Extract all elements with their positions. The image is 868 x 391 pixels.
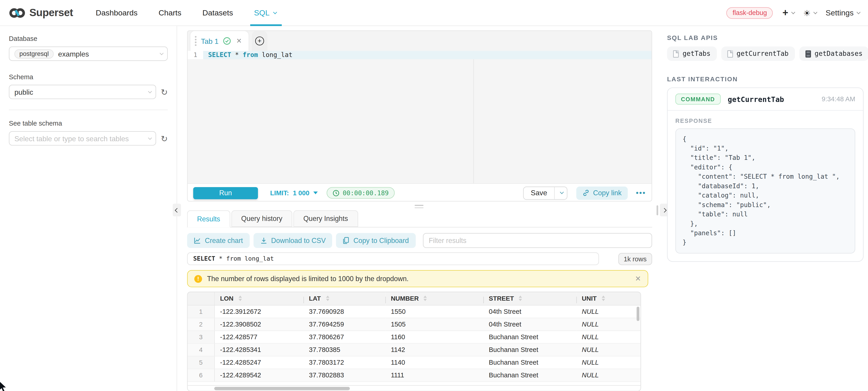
- tab-results[interactable]: Results: [187, 210, 230, 228]
- database-label: Database: [9, 35, 168, 43]
- tab-query-history[interactable]: Query history: [231, 210, 292, 227]
- row-number-header: [188, 292, 214, 305]
- sort-icon[interactable]: [239, 296, 242, 301]
- sort-icon[interactable]: [326, 296, 329, 301]
- new-item-button[interactable]: +: [782, 8, 794, 18]
- theme-toggle-button[interactable]: ☀: [803, 9, 816, 17]
- table-header-row: LONLATNUMBERSTREETUNIT: [188, 292, 641, 305]
- table-row[interactable]: 2-122.390850237.7694259150504th StreetNU…: [188, 318, 641, 330]
- data-cell: -122.3908502: [214, 318, 303, 330]
- data-cell: 1160: [385, 330, 483, 343]
- editor-tab-title: Tab 1: [201, 37, 219, 45]
- data-cell: 37.7802883: [303, 368, 385, 381]
- table-select[interactable]: Select table or type to search tables: [9, 131, 156, 145]
- last-interaction-title: LAST INTERACTION: [667, 76, 865, 83]
- hscrollbar-thumb[interactable]: [214, 387, 350, 390]
- editor-tab-1[interactable]: Tab 1 ✕: [190, 31, 249, 51]
- data-cell: 1505: [385, 318, 483, 330]
- dismiss-warning-icon[interactable]: ✕: [635, 274, 641, 283]
- row-number-cell: 5: [188, 356, 214, 368]
- run-button[interactable]: Run: [193, 187, 258, 199]
- chevron-down-icon: [814, 10, 817, 14]
- panel-resize-handle[interactable]: [415, 205, 424, 210]
- drag-handle-icon[interactable]: [195, 36, 196, 46]
- chevron-down-icon: [148, 136, 152, 139]
- line-number: 1: [188, 51, 203, 59]
- column-header-lat[interactable]: LAT: [303, 292, 385, 305]
- sort-icon[interactable]: [601, 296, 605, 301]
- schema-select[interactable]: public: [9, 85, 156, 99]
- data-cell: NULL: [576, 368, 641, 381]
- database-value: examples: [58, 50, 89, 58]
- refresh-schemas-icon[interactable]: ↻: [161, 88, 168, 96]
- nav-charts[interactable]: Charts: [157, 0, 183, 26]
- collapse-sidebar-button[interactable]: [173, 204, 181, 217]
- table-row[interactable]: 4-122.428534137.7803851142Buchanan Stree…: [188, 343, 641, 356]
- nav-dashboards[interactable]: Dashboards: [94, 0, 139, 26]
- sql-line-1: SELECT * from long_lat: [203, 51, 652, 59]
- top-navbar: Superset Dashboards Charts Datasets SQL …: [0, 0, 868, 26]
- api-get-tabs-button[interactable]: getTabs: [667, 46, 716, 61]
- api-get-current-tab-button[interactable]: getCurrentTab: [721, 46, 795, 61]
- vscrollbar-thumb[interactable]: [637, 306, 639, 321]
- close-tab-icon[interactable]: ✕: [236, 37, 242, 45]
- table-hscrollbar: [188, 385, 641, 390]
- save-button[interactable]: Save: [524, 187, 554, 199]
- new-tab-button[interactable]: +: [252, 31, 267, 51]
- database-select[interactable]: postgresql examples: [9, 46, 168, 61]
- more-options-button[interactable]: •••: [636, 189, 646, 197]
- superset-infinity-icon: [9, 7, 25, 19]
- table-row[interactable]: 5-122.428524737.78031721140Buchanan Stre…: [188, 356, 641, 368]
- limit-dropdown[interactable]: LIMIT: 1 000: [270, 189, 318, 197]
- table-row[interactable]: 6-122.428954237.78028831111Buchanan Stre…: [188, 368, 641, 381]
- filter-results-input[interactable]: [423, 233, 652, 248]
- last-interaction-card: COMMAND getCurrentTab 9:34:48 AM RESPONS…: [667, 88, 864, 262]
- row-number-cell: 6: [188, 368, 214, 381]
- executed-query-text: SELECT * from long_lat: [187, 253, 599, 265]
- data-cell: Buchanan Street: [483, 330, 577, 343]
- sort-icon[interactable]: [519, 296, 522, 301]
- timer-value: 00:00:00.189: [343, 189, 389, 197]
- create-chart-button[interactable]: Create chart: [187, 233, 250, 248]
- settings-menu[interactable]: Settings: [826, 8, 859, 17]
- chevron-down-icon: [791, 10, 795, 14]
- download-csv-button[interactable]: Download to CSV: [253, 233, 333, 248]
- results-section: Results Query history Query Insights Cre…: [187, 211, 652, 391]
- command-name: getCurrentTab: [727, 95, 784, 103]
- refresh-tables-icon[interactable]: ↻: [161, 134, 168, 142]
- print-margin-line: [473, 51, 474, 183]
- page-icon: [673, 50, 679, 58]
- chevron-left-icon: [175, 208, 179, 213]
- data-cell: Buchanan Street: [483, 343, 577, 356]
- data-cell: 04th Street: [483, 305, 577, 318]
- partial-row: [188, 382, 641, 385]
- copy-clipboard-button[interactable]: Copy to Clipboard: [336, 233, 415, 248]
- nav-datasets[interactable]: Datasets: [201, 0, 235, 26]
- nav-sql[interactable]: SQL: [252, 0, 277, 26]
- column-header-number[interactable]: NUMBER: [385, 292, 483, 305]
- clock-icon: [333, 190, 339, 196]
- table-row[interactable]: 3-122.42857737.78062671160Buchanan Stree…: [188, 330, 641, 343]
- chart-icon: [194, 237, 201, 244]
- save-dropdown-button[interactable]: [554, 187, 567, 199]
- api-get-databases-button[interactable]: getDatabases: [799, 46, 868, 61]
- column-header-unit[interactable]: UNIT: [576, 292, 641, 305]
- response-label: RESPONSE: [675, 118, 855, 124]
- superset-logo[interactable]: Superset: [9, 7, 73, 19]
- plus-circle-icon: +: [255, 37, 264, 45]
- table-row[interactable]: 1-122.391267237.7690928155004th StreetNU…: [188, 305, 641, 318]
- row-limit-warning: ! The number of rows displayed is limite…: [187, 270, 648, 288]
- command-badge: COMMAND: [675, 94, 721, 105]
- data-cell: 1142: [385, 343, 483, 356]
- executed-query-row: SELECT * from long_lat 1k rows: [187, 253, 652, 265]
- sqllab-sidebar: Database postgresql examples Schema publ…: [0, 26, 177, 391]
- sql-code-editor[interactable]: 1 SELECT * from long_lat: [188, 51, 652, 183]
- sort-icon[interactable]: [424, 296, 427, 301]
- plus-icon: +: [782, 8, 788, 18]
- query-timer: 00:00:00.189: [327, 187, 395, 199]
- tab-query-insights[interactable]: Query Insights: [293, 210, 358, 227]
- main-scrollbar-thumb[interactable]: [657, 205, 658, 215]
- copy-link-button[interactable]: Copy link: [577, 186, 627, 200]
- column-header-street[interactable]: STREET: [483, 292, 577, 305]
- column-header-lon[interactable]: LON: [214, 292, 303, 305]
